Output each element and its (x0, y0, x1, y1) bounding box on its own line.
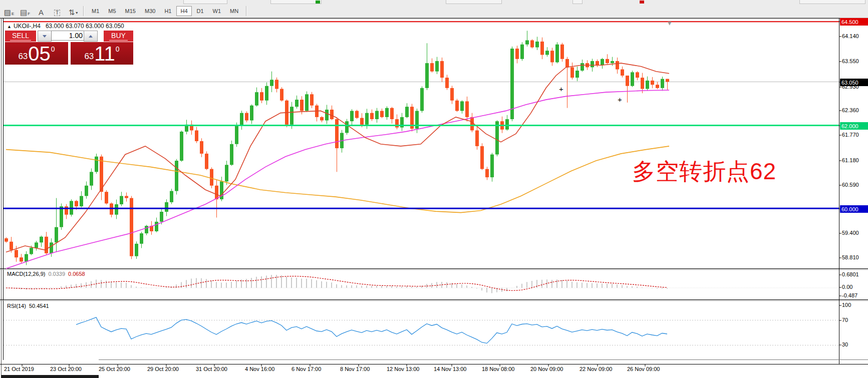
price-axis-label: 64.140 (842, 33, 859, 39)
price-axis-label: 58.810 (842, 254, 859, 260)
date-axis-label: 4 Nov 16:00 (245, 366, 274, 372)
date-axis-label: 21 Oct 2019 (4, 366, 34, 372)
chart-marker: + (559, 85, 563, 93)
bid-pip-digit: 0 (51, 45, 55, 53)
price-badge: 60.000 (840, 205, 868, 213)
price-axis-label: 61.180 (842, 157, 859, 163)
price-badge: 64.500 (840, 18, 868, 26)
rsi-label: RSI(14)50.4541 (7, 303, 49, 309)
bid-big-digits: 05 (28, 44, 51, 64)
price-badge: 62.000 (840, 122, 868, 130)
ohlc-values: 63.000 63.070 63.000 63.050 (46, 23, 124, 30)
symbol-period-label: UKOil-,H4 (14, 23, 41, 30)
chart-title: ▲UKOil-,H463.000 63.070 63.000 63.050 (7, 23, 124, 30)
price-axis-label: 59.400 (842, 230, 859, 236)
date-axis-label: 8 Nov 17:00 (340, 366, 370, 372)
rsi-axis-label: 100 (842, 302, 851, 308)
ask-pip-digit: 0 (116, 45, 120, 53)
price-axis-label: 60.590 (842, 182, 859, 188)
date-axis-label: 20 Nov 09:00 (530, 366, 563, 372)
chart-annotation-text: 多空转折点62 (632, 156, 776, 187)
macd-signal-value: 0.0658 (68, 271, 85, 277)
volume-increase-button[interactable] (84, 31, 98, 42)
date-axis-label: 29 Oct 20:00 (147, 366, 179, 372)
ask-prefix: 63 (84, 52, 94, 62)
collapse-arrow-icon[interactable]: ▲ (7, 24, 12, 29)
rsi-axis-label: 30 (842, 341, 848, 347)
date-axis-label: 23 Oct 20:00 (50, 366, 82, 372)
date-axis-label: 31 Oct 20:00 (196, 366, 227, 372)
date-axis-label: 6 Nov 17:00 (292, 366, 321, 372)
macd-main-value: 0.0339 (48, 271, 65, 277)
macd-axis-label: 0.6801 (842, 271, 859, 277)
chart-marker: ▾ (668, 19, 672, 27)
bid-price-tile[interactable]: 63 05 0 (5, 42, 68, 65)
volume-input[interactable] (51, 31, 85, 41)
one-click-trading-panel: SELL BUY 63 05 0 63 11 0 (5, 31, 133, 65)
rsi-axis-label: 70 (842, 317, 848, 323)
triangle-down-icon (43, 35, 47, 38)
price-axis-label: 63.550 (842, 58, 859, 64)
rsi-value: 50.4541 (29, 303, 49, 309)
buy-button-label: BUY (109, 32, 128, 41)
chart-marker: + (618, 96, 622, 103)
mt4-terminal-window: ▨E▤FAT⇅▾ M1M5M15M30H1H4D1W1MN ▲UKOil-,H4… (0, 0, 868, 378)
price-badge: 63.050 (840, 79, 868, 86)
macd-axis-label: 0.00 (842, 284, 852, 290)
date-axis-label: 26 Nov 09:00 (627, 366, 660, 372)
price-axis-label: 61.770 (842, 132, 859, 138)
date-axis-label: 22 Nov 09:00 (580, 366, 612, 372)
ask-big-digits: 11 (94, 44, 115, 64)
sell-button-label: SELL (10, 32, 31, 41)
macd-axis-label: -0.487 (842, 292, 857, 298)
price-axis-label: 62.360 (842, 107, 859, 113)
rsi-name: RSI(14) (7, 303, 26, 309)
date-axis-label: 25 Oct 20:00 (99, 366, 130, 372)
macd-label: MACD(12,26,9)0.03390.0658 (7, 271, 85, 277)
date-axis-label: 12 Nov 13:00 (387, 366, 419, 372)
sell-button[interactable]: SELL (5, 31, 36, 42)
volume-decrease-button[interactable] (38, 31, 52, 42)
bid-prefix: 63 (18, 52, 28, 62)
horizontal-scrollbar-thumb[interactable] (1, 375, 99, 378)
macd-name: MACD(12,26,9) (7, 271, 45, 277)
date-axis-label: 18 Nov 08:00 (482, 366, 514, 372)
ask-price-tile[interactable]: 63 11 0 (71, 42, 133, 65)
date-axis-label: 14 Nov 13:00 (434, 366, 466, 372)
triangle-up-icon (89, 35, 93, 38)
buy-button[interactable]: BUY (104, 31, 133, 42)
